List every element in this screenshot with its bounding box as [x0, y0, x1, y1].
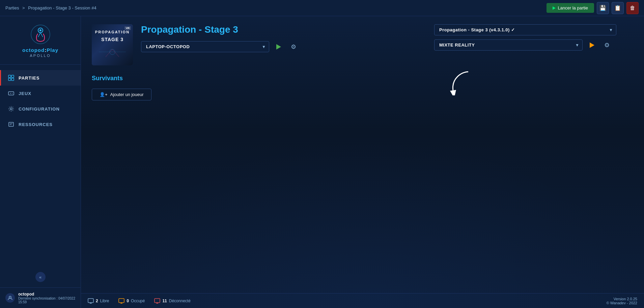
user-info: octopod Dernière synchronisation : 04/07… — [18, 292, 75, 304]
breadcrumb-sep: > — [22, 5, 25, 10]
logo-name: octopod:Play — [22, 47, 58, 53]
logo-play: Play — [47, 47, 58, 53]
breadcrumb: Parties > Propagation - Stage 3 - Sessio… — [5, 5, 96, 10]
logo-circle — [30, 24, 51, 44]
game-header: PROPAGATION VR STAGE 3 — [92, 24, 633, 65]
svg-line-2 — [38, 33, 40, 37]
sidebar-nav: PARTIES JEUX — [0, 65, 81, 272]
status-occupe: 0 Occupé — [118, 298, 145, 304]
libre-count: 2 — [96, 299, 98, 303]
libre-label: Libre — [100, 299, 109, 303]
top-bar: Parties > Propagation - Stage 3 - Sessio… — [0, 0, 644, 16]
deconnecte-label: Déconnecté — [169, 299, 191, 303]
sidebar-item-configuration[interactable]: CONFIGURATION — [0, 101, 81, 117]
thumb-stage: STAGE 3 — [95, 36, 130, 42]
version-row: Propagation - Stage 3 (v4.3.1.0) ✓ ▼ — [434, 24, 633, 35]
breadcrumb-root: Parties — [5, 5, 19, 10]
collapse-sidebar-button[interactable]: « — [35, 272, 46, 282]
svg-rect-7 — [8, 78, 11, 81]
launch-play-icon — [553, 6, 556, 10]
game-info: Propagation - Stage 3 LAPTOP-OCTOPOD ▼ — [141, 24, 426, 56]
sidebar-item-ressources-label: RESSOURCES — [19, 122, 53, 127]
reality-gear-icon: ⚙ — [604, 41, 610, 49]
reality-settings-button[interactable]: ⚙ — [601, 40, 612, 51]
sidebar-item-parties[interactable]: PARTIES — [0, 70, 81, 86]
copy-icon: 📋 — [614, 5, 621, 11]
svg-rect-27 — [155, 299, 160, 303]
sidebar-item-configuration-label: CONFIGURATION — [19, 106, 60, 112]
save-icon: 💾 — [599, 5, 606, 11]
monitor-libre-icon — [88, 298, 94, 304]
user-name: octopod — [18, 292, 75, 297]
version-select[interactable]: Propagation - Stage 3 (v4.3.1.0) ✓ — [434, 24, 616, 35]
svg-point-4 — [39, 29, 41, 31]
survivants-section: Survivants 👤+ Ajouter un joueur — [92, 75, 633, 100]
svg-rect-21 — [88, 299, 93, 303]
status-bar: 2 Libre 0 Occupé 11 Déconnecté — [81, 293, 644, 308]
jeux-icon — [8, 90, 15, 97]
svg-rect-8 — [11, 78, 14, 81]
svg-rect-9 — [8, 92, 14, 95]
copyright-label: © Wanadev - 2022 — [607, 301, 637, 305]
version-label: Version 2.0.25 — [607, 297, 637, 301]
sidebar-logo: octopod:Play APOLLO — [0, 16, 81, 65]
sidebar-item-jeux[interactable]: JEUX — [0, 86, 81, 101]
laptop-select-wrapper: LAPTOP-OCTOPOD ▼ — [141, 41, 269, 52]
laptop-config-row: LAPTOP-OCTOPOD ▼ ⚙ — [141, 41, 426, 52]
save-button[interactable]: 💾 — [597, 2, 609, 14]
reality-play-button[interactable] — [587, 40, 597, 51]
reality-config-row: MIXTE REALITY ▼ ⚙ — [434, 39, 633, 51]
svg-rect-24 — [119, 299, 124, 303]
ressources-icon — [8, 121, 15, 128]
sidebar-bottom: octopod Dernière synchronisation : 04/07… — [0, 287, 81, 308]
status-deconnecte: 11 Déconnecté — [154, 298, 190, 304]
status-version: Version 2.0.25 © Wanadev - 2022 — [607, 297, 637, 305]
parties-icon — [8, 74, 15, 81]
top-bar-actions: Lancer la partie 💾 📋 🗑 — [547, 2, 639, 14]
launch-button[interactable]: Lancer la partie — [547, 3, 594, 13]
add-player-icon: 👤+ — [100, 92, 108, 97]
reality-play-icon — [590, 42, 594, 48]
copy-button[interactable]: 📋 — [612, 2, 624, 14]
svg-point-12 — [12, 93, 12, 94]
main-layout: octopod:Play APOLLO PARTIES — [0, 16, 644, 308]
sidebar-item-jeux-label: JEUX — [19, 91, 31, 96]
monitor-occupe-icon — [118, 298, 124, 304]
reality-select[interactable]: MIXTE REALITY — [434, 39, 583, 51]
delete-button[interactable]: 🗑 — [626, 2, 639, 14]
laptop-settings-button[interactable]: ⚙ — [288, 41, 299, 52]
user-sync: Dernière synchronisation : 04/07/2022 15… — [18, 297, 75, 304]
collapse-icon: « — [39, 275, 41, 280]
occupe-count: 0 — [127, 299, 129, 303]
content-area: PROPAGATION VR STAGE 3 — [81, 16, 644, 308]
laptop-gear-icon: ⚙ — [291, 43, 296, 51]
add-player-button[interactable]: 👤+ Ajouter un joueur — [92, 89, 151, 100]
status-libre: 2 Libre — [88, 298, 109, 304]
version-select-wrapper: Propagation - Stage 3 (v4.3.1.0) ✓ ▼ — [434, 24, 616, 35]
breadcrumb-current: Propagation - Stage 3 - Session #4 — [28, 5, 96, 10]
sidebar-item-parties-label: PARTIES — [19, 75, 39, 81]
user-avatar — [5, 293, 15, 303]
right-config-block: Propagation - Stage 3 (v4.3.1.0) ✓ ▼ MIX… — [434, 24, 633, 55]
content-inner: PROPAGATION VR STAGE 3 — [81, 16, 644, 293]
deconnecte-count: 11 — [162, 299, 167, 303]
svg-rect-6 — [11, 75, 14, 78]
laptop-select[interactable]: LAPTOP-OCTOPOD — [141, 41, 269, 52]
survivants-title: Survivants — [92, 75, 633, 82]
sidebar: octopod:Play APOLLO PARTIES — [0, 16, 81, 308]
logo-sub: APOLLO — [30, 54, 51, 58]
monitor-deconnecte-icon — [154, 298, 160, 304]
thumb-title: PROPAGATION — [95, 30, 130, 34]
thumb-vr-badge: VR — [124, 26, 131, 30]
game-thumbnail: PROPAGATION VR STAGE 3 — [92, 24, 133, 65]
svg-rect-14 — [9, 122, 13, 126]
delete-icon: 🗑 — [630, 5, 635, 11]
svg-rect-5 — [8, 75, 11, 78]
laptop-play-icon — [276, 44, 281, 50]
configuration-icon — [8, 105, 15, 112]
svg-point-13 — [10, 108, 12, 110]
add-player-label: Ajouter un joueur — [110, 92, 144, 97]
game-title: Propagation - Stage 3 — [141, 24, 426, 35]
sidebar-item-ressources[interactable]: RESSOURCES — [0, 117, 81, 132]
laptop-play-button[interactable] — [273, 41, 284, 52]
